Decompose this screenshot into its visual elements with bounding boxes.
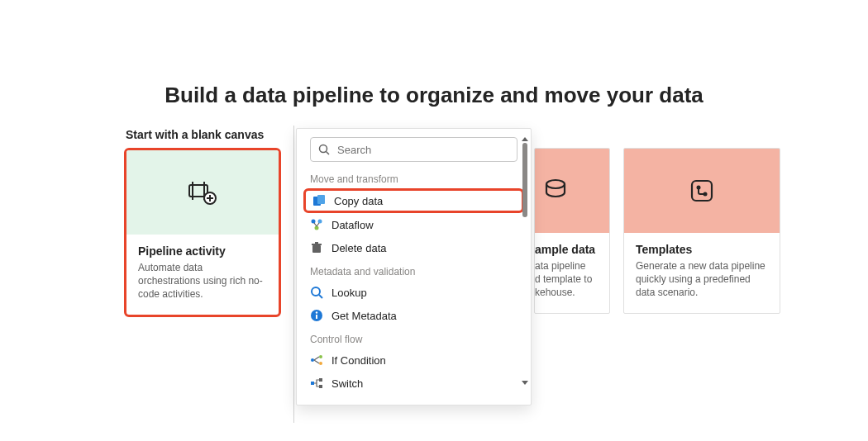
menu-item-switch[interactable]: Switch	[297, 372, 531, 395]
group-move-transform: Move and transform	[297, 167, 531, 188]
info-icon	[310, 309, 323, 322]
svg-rect-28	[311, 382, 314, 385]
menu-item-dataflow[interactable]: Dataflow	[297, 213, 531, 236]
group-control-flow: Control flow	[297, 327, 531, 349]
svg-rect-13	[317, 195, 325, 204]
sample-data-desc: ata pipeline d template to kehouse.	[535, 259, 610, 300]
svg-point-14	[312, 220, 316, 224]
menu-item-label: Get Metadata	[331, 310, 397, 322]
menu-item-copy-data[interactable]: Copy data	[303, 188, 524, 213]
templates-icon	[624, 149, 780, 233]
vertical-divider	[293, 126, 294, 423]
svg-point-10	[320, 145, 327, 153]
templates-desc: Generate a new data pipeline quickly usi…	[636, 259, 768, 300]
svg-rect-29	[319, 378, 322, 382]
svg-point-8	[697, 186, 701, 190]
section-label-blank: Start with a blank canvas	[126, 128, 281, 141]
search-input[interactable]	[336, 143, 510, 157]
scroll-down-icon[interactable]	[522, 381, 528, 385]
dataflow-icon	[310, 218, 323, 231]
sample-data-card[interactable]: ample data ata pipeline d template to ke…	[534, 148, 610, 314]
menu-item-label: If Condition	[331, 354, 386, 367]
menu-item-if-condition[interactable]: If Condition	[297, 349, 531, 372]
svg-point-27	[319, 362, 322, 365]
if-condition-icon	[310, 353, 323, 367]
copy-data-icon	[312, 194, 326, 207]
svg-point-15	[318, 220, 322, 224]
pipeline-activity-icon	[126, 150, 279, 235]
menu-item-label: Copy data	[334, 195, 383, 207]
menu-item-delete-data[interactable]: Delete data	[297, 236, 531, 259]
menu-item-label: Delete data	[331, 242, 387, 254]
svg-rect-23	[316, 315, 317, 319]
dropdown-scrollbar[interactable]	[522, 137, 528, 385]
pipeline-activity-desc: Automate data orchestrations using rich …	[138, 261, 267, 301]
svg-point-24	[316, 311, 317, 313]
svg-point-9	[703, 192, 708, 197]
pipeline-activity-card[interactable]: Pipeline activity Automate data orchestr…	[124, 148, 281, 317]
svg-point-20	[312, 287, 320, 296]
svg-line-21	[319, 295, 322, 298]
search-box[interactable]	[310, 137, 517, 162]
trash-icon	[310, 241, 323, 254]
menu-item-label: Switch	[331, 377, 363, 390]
menu-item-lookup[interactable]: Lookup	[297, 281, 531, 304]
menu-item-label: Lookup	[331, 287, 367, 299]
group-metadata-validation: Metadata and validation	[297, 259, 531, 281]
sample-data-icon	[535, 149, 609, 233]
activity-picker-dropdown: Move and transform Copy data Dataflow De…	[296, 128, 532, 405]
svg-rect-30	[319, 385, 322, 388]
scroll-up-icon[interactable]	[522, 137, 528, 141]
svg-point-6	[546, 180, 565, 188]
svg-rect-7	[692, 181, 712, 201]
svg-point-26	[319, 355, 322, 358]
menu-item-get-metadata[interactable]: Get Metadata	[297, 304, 531, 327]
lookup-icon	[310, 286, 323, 299]
sample-data-title: ample data	[535, 243, 610, 256]
svg-line-11	[327, 152, 330, 155]
svg-rect-19	[315, 242, 318, 244]
svg-point-25	[311, 358, 314, 362]
templates-card[interactable]: Templates Generate a new data pipeline q…	[623, 148, 780, 314]
page-title: Build a data pipeline to organize and mo…	[0, 0, 868, 128]
switch-icon	[310, 377, 323, 390]
svg-rect-18	[312, 244, 322, 245]
svg-point-16	[315, 226, 319, 230]
pipeline-activity-title: Pipeline activity	[138, 244, 267, 258]
menu-item-label: Dataflow	[331, 219, 374, 231]
scroll-thumb[interactable]	[522, 143, 527, 217]
search-icon	[317, 143, 331, 156]
svg-rect-17	[312, 245, 321, 253]
templates-title: Templates	[636, 243, 768, 256]
